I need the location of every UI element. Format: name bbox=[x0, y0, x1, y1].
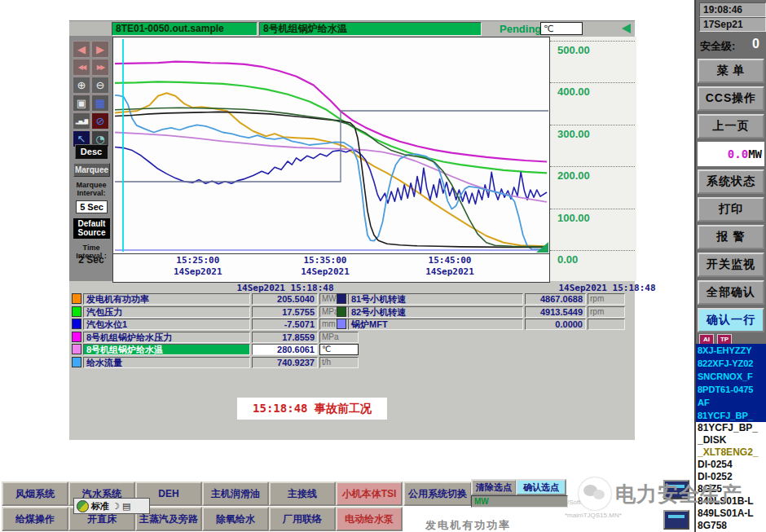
x-axis: 15:25:0014Sep202115:35:0014Sep202115:45:… bbox=[113, 255, 549, 281]
common-system-switch-button[interactable]: 公用系统切换 bbox=[403, 481, 472, 506]
sidebar-button-switch-monitor[interactable]: 开关监视 bbox=[698, 253, 764, 277]
default-source-button[interactable]: Default Source bbox=[73, 218, 110, 239]
fast-back-icon-glyph: ◀◀ bbox=[78, 64, 85, 71]
nav-button-chuyang[interactable]: 除氧给水 bbox=[202, 507, 269, 531]
sidebar-button-prev-page[interactable]: 上一页 bbox=[698, 114, 764, 138]
nav-button-fengyan[interactable]: 风烟系统 bbox=[2, 481, 68, 506]
sidebar-button-ack-all[interactable]: 全部确认 bbox=[698, 280, 764, 305]
alarm-item[interactable]: 822XFJ-YZ02 bbox=[696, 357, 766, 370]
sidebar-button-ccs[interactable]: CCS操作 bbox=[698, 86, 764, 111]
table-row: 汽包水位1-7.5071mm bbox=[72, 319, 359, 330]
zoom-in-icon[interactable]: ⊕ bbox=[73, 77, 90, 94]
screen-icon[interactable]: ▣ bbox=[73, 95, 90, 112]
alarm-item[interactable]: _XLT8ENG2_ bbox=[696, 446, 766, 459]
x-tick-date: 14Sep2021 bbox=[288, 266, 362, 278]
fast-back-icon[interactable]: ◀◀ bbox=[73, 59, 90, 76]
ime-keyboard-icon[interactable]: ▤ bbox=[122, 501, 130, 512]
clear-point-button[interactable]: 清除选点 bbox=[471, 479, 517, 495]
wechat-icon bbox=[579, 477, 611, 510]
y-gridline bbox=[550, 41, 635, 42]
series-color-box bbox=[72, 306, 81, 317]
trend-icon[interactable]: ▂▅▃▇ bbox=[73, 112, 90, 130]
point-label[interactable]: 81号小机转速 bbox=[348, 293, 523, 305]
point-unit: rpm bbox=[588, 293, 625, 305]
point-label[interactable]: 汽包压力 bbox=[83, 306, 250, 318]
nav-button-runhuayou[interactable]: 主机润滑油 bbox=[202, 481, 269, 506]
point-label[interactable]: 8号机组锅炉给水压力 bbox=[83, 332, 250, 343]
sidebar-button-system-status[interactable]: 系统状态 bbox=[698, 169, 764, 194]
axis-scale-marker-icon[interactable] bbox=[536, 242, 548, 253]
alarm-item[interactable]: 81YCFJ_BP_ bbox=[696, 422, 766, 434]
no-entry-icon[interactable]: ⊘ bbox=[91, 112, 109, 130]
ime-mode-label[interactable]: 标准 bbox=[91, 500, 109, 512]
point-label[interactable]: 8号机组锅炉给水温 bbox=[83, 344, 250, 355]
point-value: 0.0000 bbox=[525, 319, 586, 330]
alarm-item[interactable]: 8G758 bbox=[696, 520, 766, 532]
nav-button-changyong[interactable]: 厂用联络 bbox=[269, 507, 336, 531]
power-display: 0.0MW bbox=[698, 142, 764, 166]
scroll-left-arrow-icon[interactable] bbox=[622, 24, 631, 33]
nav-button-zhujiexian[interactable]: 主接线 bbox=[269, 481, 336, 506]
sidebar-button-menu[interactable]: 菜 单 bbox=[698, 59, 764, 83]
sidebar-button-alarm[interactable]: 报 警 bbox=[698, 225, 764, 249]
marquee-button[interactable]: Marquee bbox=[73, 163, 110, 177]
x-tick-label: 15:35:0014Sep2021 bbox=[288, 255, 362, 278]
security-level-value: 0 bbox=[752, 37, 759, 51]
marquee-interval-label: Marquee Interval: bbox=[70, 181, 112, 197]
alarm-item[interactable]: DI-0254 bbox=[696, 459, 766, 471]
desc-button[interactable]: Desc bbox=[75, 144, 108, 159]
power-unit: MW bbox=[748, 147, 762, 160]
clock-date: 17Sep21 bbox=[699, 17, 766, 32]
series-color-box bbox=[72, 293, 81, 304]
y-tick-label: 100.00 bbox=[557, 212, 590, 224]
trend-plot[interactable] bbox=[113, 37, 549, 254]
nav-button-diandong-pump[interactable]: 电动给水泵 bbox=[336, 507, 403, 531]
unit-select-field[interactable]: MW bbox=[471, 495, 568, 508]
fast-forward-icon[interactable]: ▶▶ bbox=[91, 59, 109, 76]
sidebar-button-print[interactable]: 打印 bbox=[698, 197, 764, 222]
point-tag-field[interactable]: 8TE01-0050.out.sample bbox=[112, 22, 258, 36]
point-label[interactable]: 锅炉MFT bbox=[348, 319, 523, 330]
step-forward-icon[interactable]: ▶ bbox=[91, 41, 109, 58]
point-value: 4867.0688 bbox=[525, 293, 586, 305]
trend-chart[interactable]: 15:25:0014Sep202115:35:0014Sep202115:45:… bbox=[112, 37, 550, 283]
confirm-point-button[interactable]: 确认选点 bbox=[516, 479, 566, 495]
y-tick-label: 200.00 bbox=[557, 169, 590, 182]
nav-button-geimei[interactable]: 给煤操作 bbox=[2, 507, 68, 531]
step-back-icon[interactable]: ◀ bbox=[73, 41, 90, 58]
alarm-item[interactable]: 81YCFJ_BP_ bbox=[696, 409, 766, 422]
series-color-box bbox=[337, 319, 346, 329]
series-color-box bbox=[337, 293, 346, 304]
monitor-icon-2[interactable] bbox=[663, 510, 689, 530]
point-value: 740.9237 bbox=[252, 357, 318, 368]
point-label[interactable]: 82号小机转速 bbox=[348, 306, 523, 318]
y-gridline bbox=[550, 166, 635, 167]
table-icon[interactable]: ▦ bbox=[91, 95, 109, 112]
ime-bar[interactable]: 标准 ☽ ▤ bbox=[73, 498, 150, 514]
alarm-item[interactable]: _DISK bbox=[696, 434, 766, 446]
alarm-item[interactable]: AF bbox=[696, 396, 766, 409]
ime-lang-icon[interactable] bbox=[77, 500, 89, 512]
zoom-in-icon-glyph: ⊕ bbox=[77, 80, 86, 90]
no-entry-icon-glyph: ⊘ bbox=[96, 116, 105, 126]
series-82号小机转速 bbox=[115, 108, 547, 247]
zoom-out-icon[interactable]: ⊖ bbox=[91, 77, 109, 94]
table-row: 8号机组锅炉给水压力17.8559MPa bbox=[72, 332, 359, 343]
zoom-out-icon-glyph: ⊖ bbox=[96, 80, 105, 90]
sidebar-button-ack-line[interactable]: 确认一行 bbox=[698, 308, 764, 332]
nav-button-xiaoji-tsi[interactable]: 小机本体TSI bbox=[336, 481, 403, 506]
screen-icon-glyph: ▣ bbox=[77, 98, 86, 108]
point-desc-field[interactable]: 8号机组锅炉给水温 bbox=[259, 22, 482, 36]
clock-time: 19:08:46 bbox=[699, 2, 766, 17]
zoom-region-outline[interactable] bbox=[115, 111, 548, 182]
series-color-box bbox=[72, 319, 81, 329]
point-label[interactable]: 汽包水位1 bbox=[83, 319, 250, 330]
alarm-item[interactable]: 8XJ-EHYZZY bbox=[696, 344, 766, 357]
alarm-item[interactable]: SNCRNOX_F bbox=[696, 370, 766, 383]
ime-moon-icon[interactable]: ☽ bbox=[112, 501, 120, 512]
point-label[interactable]: 给水流量 bbox=[83, 357, 250, 368]
point-label[interactable]: 发电机有功功率 bbox=[83, 293, 250, 305]
table-row: 汽包压力17.5755MPa bbox=[72, 306, 359, 318]
alarm-item[interactable]: 8PDT61-0475 bbox=[696, 383, 766, 396]
marquee-interval-value[interactable]: 5 Sec bbox=[76, 200, 108, 213]
